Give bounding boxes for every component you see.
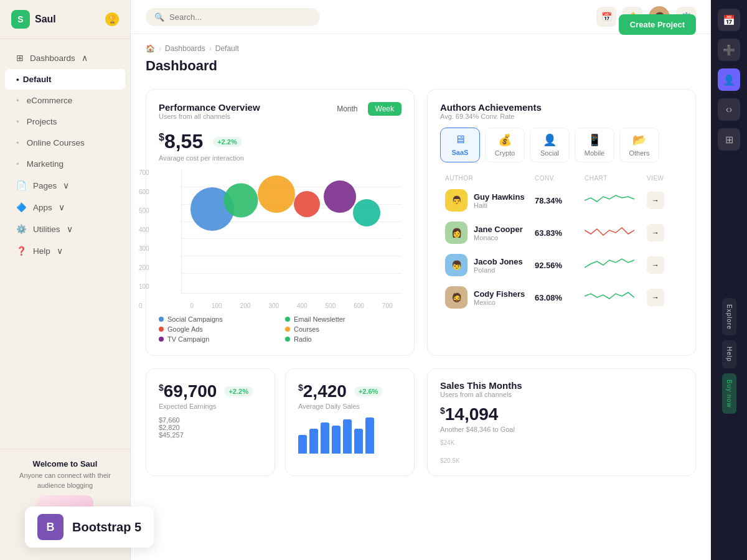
author-conv-0: 78.34% <box>535 196 585 205</box>
legend-dot-social <box>159 317 164 322</box>
authors-header: Authors Achievements Avg. 69.34% Conv. R… <box>440 102 683 120</box>
earnings-amounts: $7,660 $2,820 $45,257 <box>159 416 262 439</box>
apps-icon: 🔷 <box>16 202 27 212</box>
author-location-0: Haiti <box>474 202 525 209</box>
help-button[interactable]: Help <box>722 340 736 368</box>
bubble-ads <box>258 175 295 213</box>
page-content: 🏠 › Dashboards › Default Dashboard Creat… <box>131 34 711 486</box>
chevron-icon: ∨ <box>67 224 73 234</box>
authors-card: Authors Achievements Avg. 69.34% Conv. R… <box>427 89 696 356</box>
dot-icon: • <box>16 96 19 105</box>
right-calendar-icon[interactable]: 📅 <box>718 9 740 31</box>
table-row: 👩 Jane Cooper Monaco 63.83% → <box>440 217 683 249</box>
bar-5 <box>343 419 352 454</box>
right-code-icon[interactable]: ‹› <box>718 98 740 121</box>
author-info-0: 👨 Guy Hawkins Haiti <box>445 189 535 212</box>
home-icon[interactable]: 🏠 <box>146 44 155 53</box>
legend-dot-radio <box>285 337 290 342</box>
table-row: 👦 Jacob Jones Poland 92.56% → <box>440 249 683 281</box>
table-row: 👨 Guy Hawkins Haiti 78.34% → <box>440 184 683 217</box>
author-name-0: Guy Hawkins <box>474 192 525 202</box>
logo-badge: 🏆 <box>105 12 119 26</box>
right-add-icon[interactable]: ➕ <box>718 39 740 61</box>
earnings-value: $69,700 <box>159 381 217 401</box>
view-button-0[interactable]: → <box>647 192 664 209</box>
legend-dot-courses <box>285 327 290 332</box>
sidebar-item-pages[interactable]: 📄 Pages ∨ <box>5 175 125 196</box>
sidebar-item-online-courses[interactable]: • Online Courses <box>5 133 125 153</box>
breadcrumb-default[interactable]: Default <box>215 44 239 53</box>
bar-2 <box>309 429 318 454</box>
dashboards-icon: ⊞ <box>16 53 24 63</box>
help-icon: ❓ <box>16 246 27 256</box>
sidebar-item-dashboards[interactable]: ⊞ Dashboards ∧ <box>5 47 125 68</box>
cat-tab-saas[interactable]: 🖥 SaaS <box>440 128 480 162</box>
cat-tab-mobile[interactable]: 📱 Mobile <box>575 128 614 162</box>
bootstrap-icon: B <box>37 514 63 540</box>
sales-subtitle: Users from all channels <box>440 391 683 398</box>
search-box[interactable]: 🔍 <box>146 8 320 26</box>
bar-chart <box>298 416 402 454</box>
sidebar-item-default[interactable]: Default <box>5 69 125 90</box>
earnings-badge: +2.2% <box>224 386 253 396</box>
bar-6 <box>354 429 363 454</box>
right-grid-icon[interactable]: ⊞ <box>718 128 740 151</box>
bar-4 <box>332 426 341 454</box>
authors-subtitle: Avg. 69.34% Conv. Rate <box>440 113 683 120</box>
right-avatar-icon[interactable]: 👤 <box>718 68 740 91</box>
cat-tab-crypto[interactable]: 💰 Crypto <box>485 128 525 162</box>
perf-header: Performance Overview Users from all chan… <box>159 102 402 128</box>
view-button-2[interactable]: → <box>647 256 664 274</box>
dot-icon: • <box>16 117 19 126</box>
sidebar: S Saul 🏆 ⊞ Dashboards ∧ Default • eComme… <box>0 0 131 560</box>
avatar-1: 👩 <box>445 222 467 244</box>
author-info-1: 👩 Jane Cooper Monaco <box>445 222 535 244</box>
sidebar-item-projects[interactable]: • Projects <box>5 111 125 132</box>
crypto-icon: 💰 <box>498 133 512 147</box>
social-icon: 👤 <box>543 133 557 147</box>
author-name-2: Jacob Jones <box>474 257 523 266</box>
period-week-tab[interactable]: Week <box>368 102 402 116</box>
category-tabs: 🖥 SaaS 💰 Crypto 👤 Social 📱 <box>440 128 683 162</box>
buy-now-button[interactable]: Buy now <box>722 373 736 414</box>
sales-value: $14,094 <box>440 404 683 424</box>
legend-dot-email <box>285 317 290 322</box>
cat-tab-social[interactable]: 👤 Social <box>530 128 570 162</box>
welcome-subtitle: Anyone can connect with their audience b… <box>10 471 120 490</box>
sidebar-item-marketing[interactable]: • Marketing <box>5 154 125 174</box>
cat-tab-others[interactable]: 📂 Others <box>619 128 659 162</box>
legend-tv: TV Campaign <box>159 335 275 343</box>
sidebar-item-help[interactable]: ❓ Help ∨ <box>5 240 125 261</box>
breadcrumb-dashboards[interactable]: Dashboards <box>165 44 205 53</box>
sidebar-item-apps[interactable]: 🔷 Apps ∨ <box>5 197 125 218</box>
author-location-1: Monaco <box>474 234 523 241</box>
author-info-2: 👦 Jacob Jones Poland <box>445 254 535 276</box>
logo-icon: S <box>11 10 30 29</box>
view-button-1[interactable]: → <box>647 224 664 241</box>
breadcrumb: 🏠 › Dashboards › Default <box>146 44 239 53</box>
legend-radio: Radio <box>285 335 402 343</box>
sales-card: Sales This Months Users from all channel… <box>427 368 696 476</box>
author-location-3: Mexico <box>474 299 525 306</box>
legend-dot-google <box>159 327 164 332</box>
calendar-icon[interactable]: 📅 <box>596 7 616 27</box>
create-project-button[interactable]: Create Project <box>619 14 696 35</box>
y-label-20k: $20.5K <box>440 457 683 464</box>
legend-email: Email Newsletter <box>285 315 402 323</box>
y-axis-labels: 7006005004003002001000 <box>139 169 149 309</box>
author-conv-3: 63.08% <box>535 293 585 302</box>
currency-symbol: $ <box>159 132 164 142</box>
performance-card: Performance Overview Users from all chan… <box>146 89 415 356</box>
search-icon: 🔍 <box>154 12 164 22</box>
x-axis-labels: 0100200300400500600700 <box>181 300 402 309</box>
explore-button[interactable]: Explore <box>722 298 736 336</box>
bubble-courses <box>294 191 320 217</box>
search-input[interactable] <box>169 12 311 22</box>
avatar-2: 👦 <box>445 254 467 276</box>
view-button-3[interactable]: → <box>647 289 664 306</box>
sidebar-item-ecommerce[interactable]: • eCommerce <box>5 90 125 111</box>
sidebar-item-utilities[interactable]: ⚙️ Utilities ∨ <box>5 218 125 240</box>
dot-icon: • <box>16 159 19 169</box>
period-month-tab[interactable]: Month <box>329 102 365 116</box>
stats-section: $69,700 +2.2% Expected Earnings $7,660 $… <box>146 368 415 476</box>
